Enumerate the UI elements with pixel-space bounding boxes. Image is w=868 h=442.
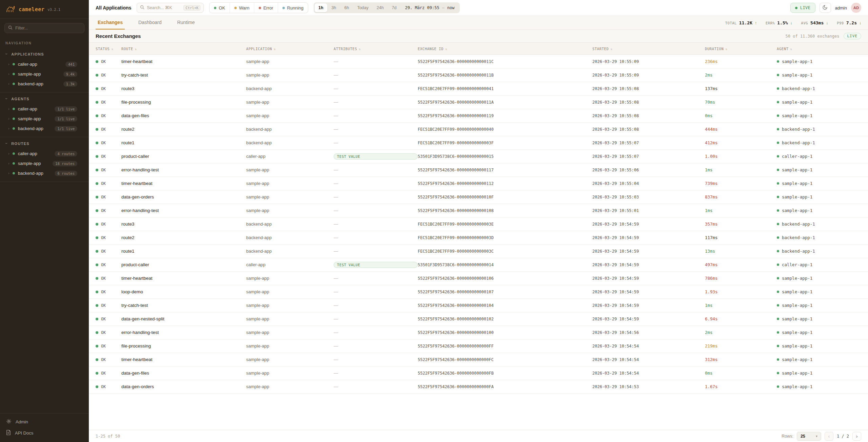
column-header-status[interactable]: STATUS⇅ [96,47,121,51]
filter-chip-error[interactable]: Error [254,3,278,13]
table-row[interactable]: OK data-gen-orders sample-app — 5522F5F9… [89,190,868,204]
global-search[interactable]: Ctrl+K [137,3,204,13]
table-row[interactable]: OK data-gen-nested-split sample-app — 55… [89,312,868,326]
theme-toggle-button[interactable] [820,3,831,13]
previous-page-button[interactable]: ‹ [825,432,833,441]
custom-time-range[interactable]: 29. März 09:55 – now [401,5,459,10]
table-row[interactable]: OK error-handling-test sample-app — 5522… [89,163,868,177]
application-name: sample-app [246,100,334,105]
trend-down-icon: ↓ [790,21,792,25]
duration-value: 1ms [705,167,777,172]
status-filter-group: OK Warn Error Running [209,2,308,13]
table-row[interactable]: OK route1 backend-app — FEC51BC20E7FF09-… [89,245,868,258]
sidebar-item-label: sample-app [18,116,52,121]
table-row[interactable]: OK error-handling-test sample-app — 5522… [89,326,868,339]
exchange-id: 53501F3D95738C6-000000000000014 [418,262,592,267]
ok-dot-icon [96,358,98,361]
table-row[interactable]: OK timer-heartbeat sample-app — 5522F5F9… [89,55,868,68]
time-range-7d[interactable]: 7d [388,3,400,12]
table-row[interactable]: OK file-processing sample-app — 5522F5F9… [89,339,868,353]
started-timestamp: 2026-03-29 10:54:54 [592,371,705,376]
table-row[interactable]: OK route3 backend-app — FEC51BC20E7FF09-… [89,82,868,96]
table-row[interactable]: OK product-caller caller-app TEST VALUE … [89,258,868,272]
table-row[interactable]: OK data-gen-files sample-app — 5522F5F97… [89,366,868,380]
time-range-3h[interactable]: 3h [328,3,340,12]
rows-per-page-select[interactable]: 25 ▾ [797,432,821,441]
sidebar-filter[interactable] [4,23,84,33]
avatar[interactable]: AD [851,3,861,13]
route-name: product-caller [121,262,246,267]
column-header-agent[interactable]: AGENT⇅ [777,47,861,51]
status-label: OK [101,371,106,376]
sidebar-item-api-docs[interactable]: API Docs [0,427,89,439]
time-range-1h[interactable]: 1h [315,3,327,12]
filter-chip-running[interactable]: Running [278,3,308,13]
agent-cell: sample-app-1 [777,113,861,118]
started-timestamp: 2026-03-29 10:55:09 [592,59,705,64]
route-name: error-handling-test [121,208,246,213]
sidebar-filter-input[interactable] [15,26,81,30]
table-row[interactable]: OK file-processing sample-app — 5522F5F9… [89,96,868,109]
duration-value: 497ms [705,262,777,267]
tab-exchanges[interactable]: Exchanges [96,16,125,29]
sidebar-item-routes-sample-app[interactable]: › sample-app 18 routes [0,159,89,168]
table-row[interactable]: OK route3 backend-app — FEC51BC20E7FF09-… [89,217,868,231]
table-row[interactable]: OK product-caller caller-app TEST VALUE … [89,150,868,163]
time-range-today[interactable]: Today [353,3,372,12]
table-row[interactable]: OK timer-heartbeat sample-app — 5522F5F9… [89,177,868,190]
agent-cell: sample-app-1 [777,276,861,281]
attributes-cell: — [334,343,418,349]
table-row[interactable]: OK timer-heartbeat sample-app — 5522F5F9… [89,272,868,285]
sidebar-item-agent-caller-app[interactable]: › caller-app 1/1 live [0,104,89,114]
status-cell: OK [96,168,121,172]
filter-chip-ok[interactable]: OK [210,3,230,13]
trend-down-icon: ↓ [826,21,828,25]
live-toggle-button[interactable]: LIVE [790,3,815,13]
table-row[interactable]: OK try-catch-test sample-app — 5522F5F97… [89,299,868,312]
sidebar-item-routes-caller-app[interactable]: › caller-app 4 routes [0,149,89,159]
status-label: OK [101,384,106,389]
sort-icon: ⇅ [610,47,612,51]
table-row[interactable]: OK data-gen-orders sample-app — 5522F5F9… [89,380,868,394]
tab-runtime[interactable]: Runtime [175,16,197,29]
table-row[interactable]: OK route2 backend-app — FEC51BC20E7FF09-… [89,231,868,245]
column-header-application[interactable]: APPLICATION⇅ [246,47,334,51]
route-name: route1 [121,140,246,145]
column-header-duration[interactable]: DURATION⇅ [705,47,777,51]
group-header-applications[interactable]: › APPLICATIONS [0,49,89,59]
sidebar-item-admin[interactable]: Admin [0,416,89,427]
table-row[interactable]: OK route1 backend-app — FEC51BC20E7FF09-… [89,136,868,150]
table-row[interactable]: OK data-gen-files sample-app — 5522F5F97… [89,109,868,123]
application-name: backend-app [246,249,334,254]
time-range-6h[interactable]: 6h [340,3,353,12]
sidebar-item-app-caller-app[interactable]: › caller-app 441 [0,59,89,69]
column-header-attributes[interactable]: ATTRIBUTES⇅ [334,47,418,51]
status-cell: OK [96,208,121,213]
sidebar-item-app-backend-app[interactable]: › backend-app 1.3k [0,79,89,89]
group-header-agents[interactable]: › AGENTS [0,94,89,104]
sidebar-item-routes-backend-app[interactable]: › backend-app 6 routes [0,168,89,178]
column-header-started[interactable]: STARTED⇅ [592,47,705,51]
search-input[interactable] [147,5,181,10]
sidebar-item-agent-sample-app[interactable]: › sample-app 1/1 live [0,114,89,124]
table-row[interactable]: OK timer-heartbeat sample-app — 5522F5F9… [89,353,868,366]
sidebar-item-app-sample-app[interactable]: › sample-app 9.4k [0,69,89,79]
column-header-exchange-id[interactable]: EXCHANGE ID⇅ [418,47,592,51]
table-row[interactable]: OK try-catch-test sample-app — 5522F5F97… [89,68,868,82]
attributes-cell: — [334,208,418,213]
app-version: v3.2.1 [47,7,60,12]
chevron-down-icon: › [4,143,8,144]
scope-title: All Applications [96,5,131,10]
sidebar-item-agent-backend-app[interactable]: › backend-app 1/1 live [0,124,89,133]
table-row[interactable]: OK loop-demo sample-app — 5522F5F9754263… [89,285,868,299]
started-timestamp: 2026-03-29 10:55:06 [592,168,705,172]
table-row[interactable]: OK error-handling-test sample-app — 5522… [89,204,868,217]
filter-chip-warn[interactable]: Warn [230,3,254,13]
next-page-button[interactable]: › [852,432,861,441]
tab-dashboard[interactable]: Dashboard [136,16,164,29]
column-header-route[interactable]: ROUTE⇅ [121,47,246,51]
time-range-24h[interactable]: 24h [373,3,388,12]
group-header-routes[interactable]: › ROUTES [0,139,89,149]
table-row[interactable]: OK route2 backend-app — FEC51BC20E7FF09-… [89,123,868,136]
agent-cell: backend-app-1 [777,222,861,227]
